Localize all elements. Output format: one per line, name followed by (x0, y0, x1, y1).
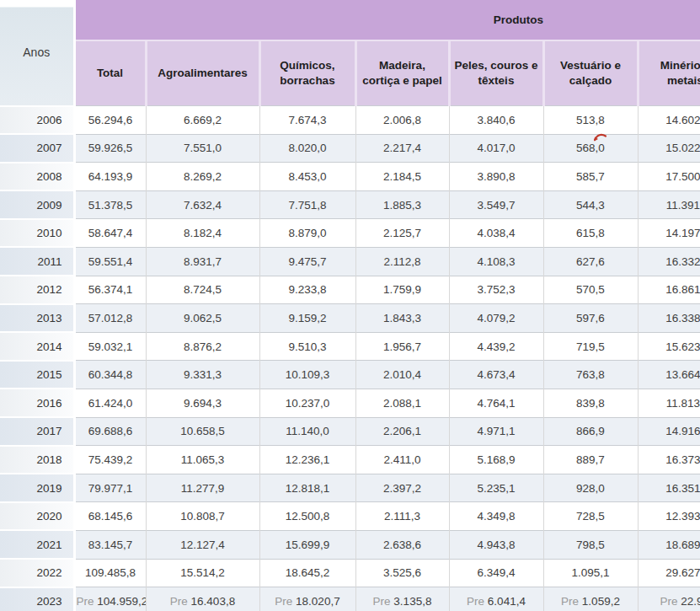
anos-header: Anos (0, 0, 74, 106)
year-cell: 2011 (0, 247, 74, 276)
value-cell: 9.510,3 (259, 332, 355, 361)
value-cell: 8.879,0 (259, 219, 355, 248)
year-cell: 2023 (0, 587, 74, 611)
year-cell: 2007 (0, 134, 74, 163)
value-cell: 83.145,7 (74, 530, 146, 559)
year-cell: 2013 (0, 304, 74, 333)
value-cell: 2.006,8 (355, 106, 449, 135)
table-row: 201058.647,48.182,48.879,02.125,74.038,4… (0, 219, 700, 248)
value-cell: 59.551,4 (74, 247, 146, 276)
value-cell: 10.658,5 (146, 417, 259, 446)
value-cell: 7.751,8 (259, 190, 355, 219)
year-cell: 2019 (0, 474, 74, 502)
value-cell: 11.277,9 (146, 474, 259, 502)
value-cell: 56.294,6 (74, 106, 146, 135)
value-cell: 59.032,1 (74, 332, 146, 361)
table-row: 202068.145,610.808,712.500,82.111,34.349… (0, 502, 700, 531)
value-cell: 11.140,0 (259, 417, 355, 446)
column-header-minerios: Minérios, metais (638, 40, 700, 106)
value-cell: 2.111,3 (355, 502, 449, 531)
value-cell: 15.514,2 (146, 559, 259, 587)
column-header-agroalimentares: Agroalimentares (146, 40, 259, 106)
value-cell: 69.688,6 (74, 417, 146, 446)
value-cell: 11.813, (638, 389, 700, 417)
table-row: 201769.688,610.658,511.140,02.206,14.971… (0, 417, 700, 446)
column-header-vestuario: Vestuário e calçado (543, 40, 638, 106)
value-cell: 2.184,5 (355, 163, 449, 191)
value-cell: 2.411,0 (355, 446, 449, 474)
value-cell: 7.551,0 (146, 134, 259, 163)
value-cell: 4.108,3 (449, 247, 543, 276)
table-row: 202183.145,712.127,415.699,92.638,64.943… (0, 530, 700, 559)
table-row: 201256.374,18.724,59.233,81.759,93.752,3… (0, 276, 700, 304)
value-cell: 1.843,3 (355, 304, 449, 333)
value-cell: 1.095,1 (543, 559, 638, 587)
value-cell: 75.439,2 (74, 446, 146, 474)
value-cell: 4.017,0 (449, 134, 543, 163)
year-cell: 2006 (0, 106, 74, 135)
value-cell: 10.237,0 (259, 389, 355, 417)
value-cell: 109.485,8 (74, 559, 146, 587)
value-cell: 1.885,3 (355, 190, 449, 219)
value-cell: 15.022, (638, 134, 700, 163)
value-cell: 12.500,8 (259, 502, 355, 531)
value-cell: 13.664, (638, 361, 700, 389)
value-cell: 60.344,8 (74, 361, 146, 389)
value-cell: 4.764,1 (449, 389, 543, 417)
value-cell: 8.724,5 (146, 276, 259, 304)
value-cell: 9.331,3 (146, 361, 259, 389)
column-header-madeira: Madeira, cortiça e papel (355, 40, 449, 106)
value-cell: 585,7 (543, 163, 638, 191)
value-cell: 15.623, (638, 332, 700, 361)
value-cell: 8.020,0 (259, 134, 355, 163)
preliminary-prefix: Pre (660, 595, 681, 608)
value-cell: 57.012,8 (74, 304, 146, 333)
value-cell: 4.673,4 (449, 361, 543, 389)
year-cell: 2022 (0, 559, 74, 587)
value-cell: 3.840,6 (449, 106, 543, 135)
value-cell: 3.890,8 (449, 163, 543, 191)
value-cell: 10.109,3 (259, 361, 355, 389)
column-header-peles: Peles, couros e têxteis (449, 40, 543, 106)
value-cell: 2.217,4 (355, 134, 449, 163)
value-cell: 8.453,0 (259, 163, 355, 191)
value-cell: 4.079,2 (449, 304, 543, 333)
value-cell: 9.233,8 (259, 276, 355, 304)
year-cell: 2017 (0, 417, 74, 446)
value-cell: Pre 1.059,2 (543, 587, 638, 611)
table-row: 201459.032,18.876,29.510,31.956,74.439,2… (0, 332, 700, 361)
value-cell: 839,8 (543, 389, 638, 417)
value-cell: 79.977,1 (74, 474, 146, 502)
value-cell: 798,5 (543, 530, 638, 559)
value-cell: 568,0 (543, 134, 638, 163)
value-cell: 16.332, (638, 247, 700, 276)
value-cell: 597,6 (543, 304, 638, 333)
value-cell: 14.197, (638, 219, 700, 248)
value-cell: 12.818,1 (259, 474, 355, 502)
value-cell: 16.351, (638, 474, 700, 502)
value-cell: 58.647,4 (74, 219, 146, 248)
value-cell: 2.125,7 (355, 219, 449, 248)
value-cell: 56.374,1 (74, 276, 146, 304)
value-cell: 68.145,6 (74, 502, 146, 531)
value-cell: 2.638,6 (355, 530, 449, 559)
value-cell: 7.674,3 (259, 106, 355, 135)
value-cell: 15.699,9 (259, 530, 355, 559)
value-cell: 615,8 (543, 219, 638, 248)
table-viewport: Anos Produtos Total Agroalimentares Quím… (0, 0, 700, 611)
year-cell: 2009 (0, 190, 74, 219)
table-row: 2022109.485,815.514,218.645,23.525,66.34… (0, 559, 700, 587)
value-cell: 9.159,2 (259, 304, 355, 333)
value-cell: 4.971,1 (449, 417, 543, 446)
value-cell: 7.632,4 (146, 190, 259, 219)
value-cell: 2.206,1 (355, 417, 449, 446)
year-cell: 2012 (0, 276, 74, 304)
value-cell: Pre 3.135,8 (355, 587, 449, 611)
value-cell: 12.127,4 (146, 530, 259, 559)
value-cell: 728,5 (543, 502, 638, 531)
value-cell: 3.752,3 (449, 276, 543, 304)
value-cell: 2.112,8 (355, 247, 449, 276)
column-header-total: Total (74, 40, 146, 106)
column-header-quimicos: Químicos, borrachas (259, 40, 355, 106)
value-cell: 11.065,3 (146, 446, 259, 474)
